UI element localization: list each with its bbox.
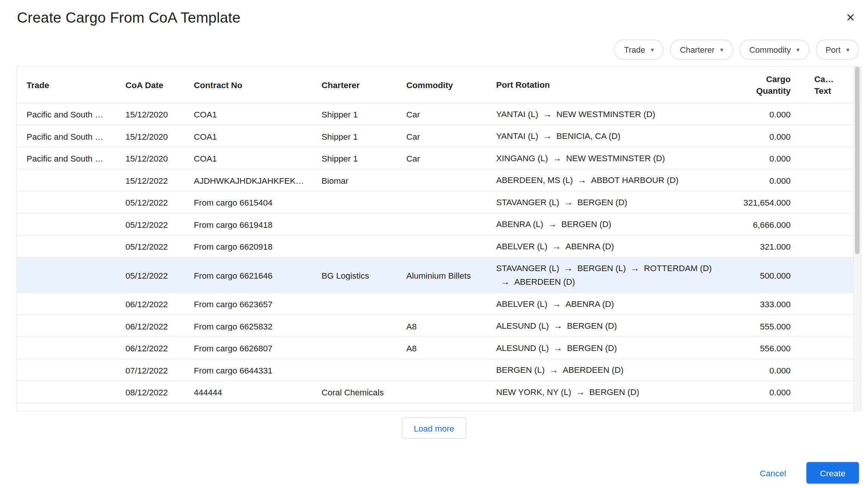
coa-template-table: Trade CoA Date Contract No Charterer Com… (17, 66, 862, 412)
cell-coa-date: 15/12/2020 (125, 109, 194, 119)
cell-port-rotation: BERGEN (L)→ABERDEEN (D) (496, 363, 729, 377)
arrow-right-icon: → (564, 195, 573, 209)
table-row[interactable]: 07/12/2022From cargo 6644331BERGEN (L)→A… (17, 359, 861, 381)
cell-cargo-quantity: 7,750.000 (729, 409, 796, 411)
cell-commodity: A8 (406, 321, 497, 331)
arrow-right-icon: → (543, 107, 552, 121)
cell-contract-no: From cargo 6620918 (194, 241, 322, 251)
cell-port-rotation: STAVANGER (L)→BERGEN (D) (496, 195, 729, 209)
cell-port-rotation: ALESUND (L)→BERGEN (D) (496, 341, 729, 355)
cell-contract-no: COA1 (194, 153, 322, 163)
table-row[interactable]: 05/12/2022From cargo 6620918ABELVER (L)→… (17, 236, 861, 258)
column-header-charterer: Charterer (322, 79, 406, 91)
arrow-right-icon: → (553, 341, 562, 355)
close-icon[interactable]: ✕ (842, 9, 859, 26)
port-name: ABERDEEN (D) (514, 277, 575, 287)
cell-coa-date: 05/12/2022 (125, 197, 194, 207)
cell-coa-date: 15/12/2020 (125, 131, 194, 141)
cell-port-rotation: NEW YORK, NY (L)→BERGEN (D) (496, 385, 729, 399)
cell-port-rotation: ABELVER (L)→ABENRA (D) (496, 297, 729, 311)
cancel-button[interactable]: Cancel (756, 467, 789, 478)
cell-contract-no: From cargo 6623657 (194, 299, 322, 309)
arrow-right-icon: → (558, 407, 567, 412)
port-name: ROTTERDAM (D) (644, 263, 712, 273)
table-row[interactable]: 05/12/2022From cargo 6621646BG Logistics… (17, 258, 861, 293)
cell-cargo-quantity: 0.000 (729, 131, 796, 141)
filter-bar: Trade ▾ Charterer ▾ Commodity ▾ Port ▾ (614, 40, 859, 60)
port-name: ABERDEEN, MS (L) (496, 175, 573, 185)
vertical-scrollbar[interactable] (853, 67, 861, 411)
port-name: BERGEN (L) (496, 365, 545, 375)
port-name: ABELVER (L) (496, 299, 547, 309)
filter-port-dropdown[interactable]: Port ▾ (816, 40, 859, 60)
cell-port-rotation: YANTAI (L)→BENICIA, CA (D) (496, 130, 729, 143)
cell-coa-date: 04/11/2022 (125, 409, 194, 411)
column-header-port-rotation: Port Rotation (496, 78, 729, 91)
filter-charterer-label: Charterer (680, 45, 715, 54)
port-name: ABENRA (L) (496, 219, 543, 229)
cell-contract-no: From cargo 6619418 (194, 220, 322, 229)
port-name: YANTAI (L) (496, 109, 538, 119)
port-name: BERGEN (L) (578, 263, 626, 273)
cell-cargo-quantity: 556.000 (729, 343, 796, 353)
table-row[interactable]: 06/12/2022From cargo 6625832A8ALESUND (L… (17, 315, 861, 337)
filter-charterer-dropdown[interactable]: Charterer ▾ (670, 40, 733, 60)
cell-trade: Pacific and South … (17, 109, 125, 119)
table-row[interactable]: Pacific and South …15/12/2020COA1Shipper… (17, 125, 861, 148)
port-name: HASSELVIKA (D) (572, 409, 637, 411)
cell-port-rotation: ABENRA (L)→BERGEN (D) (496, 218, 729, 231)
port-name: ALESUND (L) (496, 343, 549, 353)
table-row[interactable]: Pacific and South …15/12/2020COA1Shipper… (17, 104, 861, 126)
port-name: NEW WESTMINSTER (D) (566, 153, 665, 163)
column-header-commodity: Commodity (406, 79, 497, 91)
port-name: XINGANG (L) (496, 153, 548, 163)
load-more-button[interactable]: Load more (402, 418, 466, 439)
port-name: STAVANGER (L) (496, 263, 559, 273)
cell-cargo-quantity: 6,666.000 (729, 220, 796, 229)
modal-footer: Cancel Create (756, 462, 859, 483)
table-row[interactable]: 05/12/2022From cargo 6619418ABENRA (L)→B… (17, 214, 861, 236)
port-name: BERGEN (D) (567, 343, 617, 353)
cell-charterer: BG Logistics (322, 270, 406, 280)
cell-commodity: Car (406, 131, 497, 141)
table-row[interactable]: 08/12/2022444444Coral ChemicalsNEW YORK,… (17, 381, 861, 404)
chevron-down-icon: ▾ (720, 46, 723, 53)
port-name: BENICIA, CA (D) (556, 131, 620, 141)
cell-cargo-quantity: 0.000 (729, 153, 796, 163)
table-row[interactable]: 04/11/2022HEIAlcoaHASSELBY (L)→HASSELVIK… (17, 403, 861, 411)
table-row[interactable]: 15/12/2022AJDHWKAJHDKJAHKFEK…BiomarABERD… (17, 169, 861, 192)
scrollbar-thumb[interactable] (855, 67, 860, 254)
port-name: ABBOT HARBOUR (D) (591, 175, 679, 185)
table-row[interactable]: 05/12/2022From cargo 6615404STAVANGER (L… (17, 192, 861, 214)
cell-contract-no: 444444 (194, 387, 322, 397)
arrow-right-icon: → (543, 130, 552, 143)
filter-trade-dropdown[interactable]: Trade ▾ (614, 40, 663, 60)
port-name: NEW YORK, NY (L) (496, 387, 571, 397)
cell-charterer: Shipper 1 (322, 109, 406, 119)
column-header-cargo-quantity: Cargo Quantity (729, 73, 796, 97)
arrow-right-icon: → (501, 275, 510, 289)
table-row[interactable]: Pacific and South …15/12/2020COA1Shipper… (17, 148, 861, 170)
cell-charterer: Coral Chemicals (322, 387, 406, 397)
cell-charterer: Biomar (322, 175, 406, 185)
port-name: STAVANGER (L) (496, 197, 559, 207)
cell-cargo-quantity: 0.000 (729, 109, 796, 119)
port-name: BERGEN (D) (567, 321, 617, 331)
table-row[interactable]: 06/12/2022From cargo 6626807A8ALESUND (L… (17, 337, 861, 360)
port-name: BERGEN (D) (561, 219, 611, 229)
port-name: ABERDEEN (D) (563, 365, 623, 375)
create-button[interactable]: Create (806, 462, 859, 483)
table-row[interactable]: 06/12/2022From cargo 6623657ABELVER (L)→… (17, 293, 861, 316)
cell-port-rotation: YANTAI (L)→NEW WESTMINSTER (D) (496, 107, 729, 121)
filter-commodity-dropdown[interactable]: Commodity ▾ (740, 40, 809, 60)
arrow-right-icon: → (578, 174, 587, 187)
cell-charterer: Shipper 1 (322, 131, 406, 141)
cell-port-rotation: ABERDEEN, MS (L)→ABBOT HARBOUR (D) (496, 174, 729, 187)
cell-contract-no: AJDHWKAJHDKJAHKFEK… (194, 175, 322, 185)
arrow-right-icon: → (549, 363, 558, 377)
cell-port-rotation: HASSELBY (L)→HASSELVIKA (D) (496, 407, 729, 412)
column-header-contract-no: Contract No (194, 79, 322, 91)
cell-coa-date: 15/12/2020 (125, 153, 194, 163)
cell-port-rotation: STAVANGER (L)→BERGEN (L)→ROTTERDAM (D)→A… (496, 262, 729, 289)
cell-contract-no: HEI (194, 409, 322, 411)
